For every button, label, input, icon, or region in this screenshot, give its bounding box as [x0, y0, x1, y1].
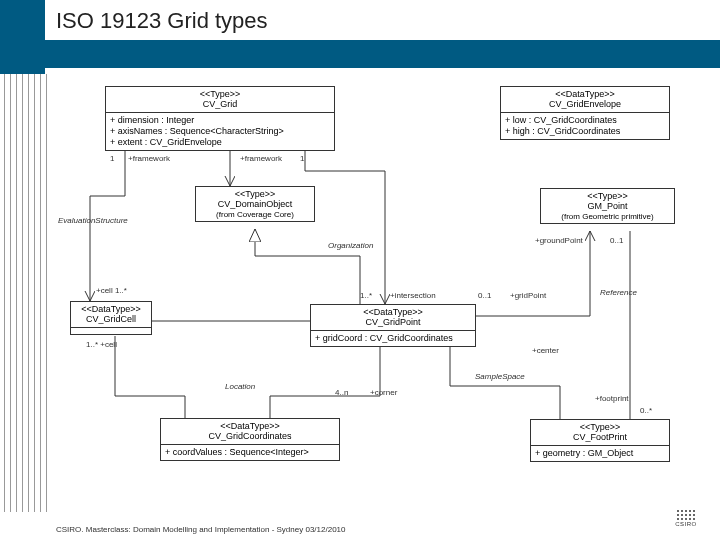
uml-box-cv-grid-coordinates: <<DataType>> CV_GridCoordinates + coordV… [160, 418, 340, 461]
class-name: CV_GridCell [75, 314, 147, 324]
attr: + extent : CV_GridEnvelope [110, 137, 330, 148]
uml-box-cv-grid: <<Type>> CV_Grid + dimension : Integer +… [105, 86, 335, 151]
label-footprint: +footprint [595, 394, 629, 403]
header-bar [0, 40, 720, 68]
label-location: Location [225, 382, 255, 391]
attr: + geometry : GM_Object [535, 448, 665, 459]
class-name: CV_DomainObject [200, 199, 310, 209]
stereo-label: <<DataType>> [315, 307, 471, 317]
stereo-label: <<Type>> [110, 89, 330, 99]
label-intersection-n: 1..* [360, 291, 372, 300]
class-name: CV_GridPoint [315, 317, 471, 327]
label-grid-point-n: 0..1 [478, 291, 491, 300]
attr: + dimension : Integer [110, 115, 330, 126]
attr: + coordValues : Sequence<Integer> [165, 447, 335, 458]
class-name: CV_FootPrint [535, 432, 665, 442]
label-corner-n: 4..n [335, 388, 348, 397]
label-ground-point: +groundPoint [535, 236, 583, 245]
stereo-label: <<DataType>> [165, 421, 335, 431]
label-organization: Organization [328, 241, 373, 250]
label-evaluation-structure: EvaluationStructure [58, 216, 128, 225]
stereo-label: <<DataType>> [75, 304, 147, 314]
class-name: CV_GridCoordinates [165, 431, 335, 441]
uml-diagram: <<Type>> CV_Grid + dimension : Integer +… [80, 86, 680, 496]
uml-box-gm-point: <<Type>> GM_Point (from Geometric primit… [540, 188, 675, 224]
label-cell2: 1..* +cell [86, 340, 117, 349]
attr: + gridCoord : CV_GridCoordinates [315, 333, 471, 344]
slide-title: ISO 19123 Grid types [56, 8, 268, 34]
label-ground-point-n: 0..1 [610, 236, 623, 245]
class-name: CV_Grid [110, 99, 330, 109]
logo-text: CSIRO [672, 521, 700, 527]
attr: + high : CV_GridCoordinates [505, 126, 665, 137]
uml-box-cv-grid-point: <<DataType>> CV_GridPoint + gridCoord : … [310, 304, 476, 347]
label-center: +center [532, 346, 559, 355]
stereo-label: <<Type>> [535, 422, 665, 432]
stereo-label: <<Type>> [545, 191, 670, 201]
uml-box-cv-grid-cell: <<DataType>> CV_GridCell [70, 301, 152, 335]
class-name: CV_GridEnvelope [505, 99, 665, 109]
label-mult-1b: 1 [300, 154, 304, 163]
class-name: GM_Point [545, 201, 670, 211]
attr: + low : CV_GridCoordinates [505, 115, 665, 126]
label-framework: +framework [128, 154, 170, 163]
label-reference: Reference [600, 288, 637, 297]
side-lines [0, 74, 60, 512]
slide-footer: CSIRO. Masterclass: Domain Modelling and… [56, 525, 345, 534]
origin-label: (from Geometric primitive) [545, 212, 670, 221]
label-mult-1: 1 [110, 154, 114, 163]
attr: + axisNames : Sequence<CharacterString> [110, 126, 330, 137]
label-grid-point: +gridPoint [510, 291, 546, 300]
label-sample-space: SampleSpace [475, 372, 525, 381]
label-framework2: +framework [240, 154, 282, 163]
uml-box-cv-grid-envelope: <<DataType>> CV_GridEnvelope + low : CV_… [500, 86, 670, 140]
label-cell: +cell 1..* [96, 286, 127, 295]
csiro-logo: CSIRO [672, 510, 700, 532]
uml-box-cv-domain-object: <<Type>> CV_DomainObject (from Coverage … [195, 186, 315, 222]
label-corner: +corner [370, 388, 397, 397]
uml-box-cv-footprint: <<Type>> CV_FootPrint + geometry : GM_Ob… [530, 419, 670, 462]
label-footprint-n: 0..* [640, 406, 652, 415]
stereo-label: <<Type>> [200, 189, 310, 199]
slide-header: ISO 19123 Grid types [0, 0, 720, 74]
label-intersection: +intersection [390, 291, 436, 300]
origin-label: (from Coverage Core) [200, 210, 310, 219]
stereo-label: <<DataType>> [505, 89, 665, 99]
